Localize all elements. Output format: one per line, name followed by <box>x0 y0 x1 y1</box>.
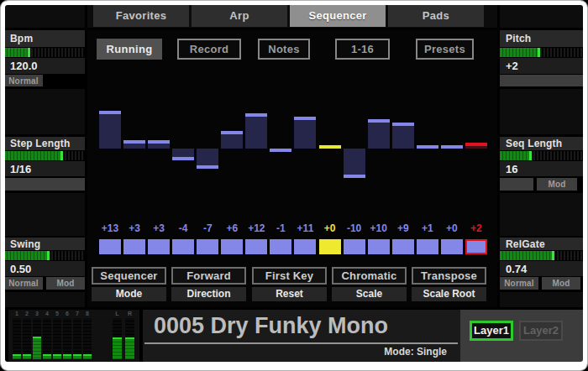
relgate-normal-button[interactable]: Normal <box>500 277 538 290</box>
seq-step-bar-cap[interactable] <box>148 140 170 144</box>
seq-step-bar[interactable] <box>99 114 121 149</box>
pitch-value[interactable]: +2 <box>500 58 584 74</box>
seq-step-bar[interactable] <box>172 149 194 157</box>
step-cell[interactable] <box>148 239 170 254</box>
scale-button[interactable]: Chromatic <box>332 267 407 285</box>
step-cell[interactable] <box>344 239 365 254</box>
step-value-label: -10 <box>342 223 367 234</box>
seq-step-bar-cap[interactable] <box>319 145 341 149</box>
seq-step-bar-cap[interactable] <box>197 165 218 169</box>
step-length-value[interactable]: 1/16 <box>4 161 85 176</box>
step-cell[interactable] <box>197 239 218 254</box>
meter-label: 5 <box>53 311 61 317</box>
seq-step-bar[interactable] <box>148 144 170 149</box>
layer1-button[interactable]: Layer1 <box>470 321 513 341</box>
step-cell[interactable] <box>368 239 390 254</box>
relgate-mod-button[interactable]: Mod <box>542 277 580 290</box>
tab-pads[interactable]: Pads <box>388 5 484 27</box>
step-value-label: +11 <box>292 223 318 234</box>
seq-step-bar-cap[interactable] <box>441 145 463 149</box>
seq-step-bar-cap[interactable] <box>417 145 438 149</box>
scale-root-button[interactable]: Transpose <box>412 267 486 285</box>
seq-step-bar-cap[interactable] <box>368 119 390 123</box>
step-length-slider[interactable] <box>4 151 85 160</box>
reset-button[interactable]: First Key <box>252 267 327 285</box>
pitch-label: Pitch <box>500 30 584 47</box>
bpm-label: Bpm <box>4 30 85 47</box>
tab-favorites[interactable]: Favorites <box>93 5 189 27</box>
step-value-label: +13 <box>97 223 123 234</box>
bpm-slider[interactable] <box>4 48 85 57</box>
seq-step-bar-cap[interactable] <box>99 111 121 114</box>
sequencer-panel: Running Record Notes 1-16 Presets +13+3+… <box>87 30 497 307</box>
meter-level-fill <box>63 354 71 359</box>
mode-button[interactable]: Sequencer <box>92 267 166 285</box>
tab-sequencer[interactable]: Sequencer <box>290 5 386 27</box>
meter-label: 7 <box>73 311 81 317</box>
seq-step-bar[interactable] <box>294 120 316 149</box>
bpm-normal-button[interactable]: Normal <box>4 75 43 86</box>
bpm-value[interactable]: 120.0 <box>4 58 85 74</box>
meter-column <box>125 318 134 359</box>
step-cell[interactable] <box>417 239 438 254</box>
sequencer-chart: +13+3+3-4-7+6+12-1+11+0-10+10+9+1+0+2 <box>87 30 497 307</box>
swing-slider[interactable] <box>4 251 85 260</box>
reset-label: Reset <box>252 287 327 301</box>
seq-length-slider[interactable] <box>500 151 584 160</box>
seq-step-bar[interactable] <box>368 123 390 149</box>
top-right-blank <box>500 4 584 28</box>
seq-step-bar[interactable] <box>344 149 365 175</box>
relgate-value[interactable]: 0.74 <box>500 261 584 276</box>
seq-step-bar-cap[interactable] <box>221 131 243 134</box>
seq-step-bar-cap[interactable] <box>392 123 414 126</box>
seq-step-bar-cap[interactable] <box>172 157 194 160</box>
swing-normal-button[interactable]: Normal <box>4 277 43 290</box>
direction-button[interactable]: Forward <box>171 267 246 285</box>
meter-label: 1 <box>13 311 21 317</box>
pitch-empty-slot <box>500 75 584 86</box>
param-swing: Swing 0.50 Normal Mod <box>4 238 85 290</box>
seq-step-bar-cap[interactable] <box>270 149 291 152</box>
seq-step-bar-cap[interactable] <box>294 117 316 120</box>
layers-panel: Layer1 Layer2 <box>460 310 584 362</box>
seq-step-bar-cap[interactable] <box>465 143 487 146</box>
relgate-slider[interactable] <box>500 251 584 260</box>
left-blank-3 <box>4 292 85 307</box>
seq-step-bar-cap[interactable] <box>344 175 365 178</box>
seq-step-bar[interactable] <box>197 149 218 165</box>
seq-step-bar[interactable] <box>123 144 145 149</box>
preset-name[interactable]: 0005 Dry Funky Mono <box>154 311 457 341</box>
meter-column <box>83 318 92 359</box>
layer2-button[interactable]: Layer2 <box>519 321 563 341</box>
seq-step-bar[interactable] <box>465 146 487 149</box>
seq-step-bar[interactable] <box>245 117 267 149</box>
step-cell[interactable] <box>123 239 145 254</box>
step-cell[interactable] <box>221 239 243 254</box>
step-cell[interactable] <box>294 239 316 254</box>
meter-column <box>33 318 41 359</box>
meter-level-fill <box>73 354 81 359</box>
seq-step-bar-cap[interactable] <box>245 113 267 117</box>
right-blank-1 <box>500 89 584 134</box>
step-cell[interactable] <box>392 239 414 254</box>
tab-arp[interactable]: Arp <box>192 5 287 27</box>
pitch-slider[interactable] <box>500 48 584 57</box>
step-cell[interactable] <box>99 239 121 254</box>
seq-step-bar-cap[interactable] <box>123 140 145 144</box>
step-cell[interactable] <box>245 239 267 254</box>
step-cell[interactable] <box>319 239 341 254</box>
seq-length-value[interactable]: 16 <box>500 161 584 176</box>
step-cell[interactable] <box>441 239 463 254</box>
meter-column <box>13 318 21 359</box>
seq-length-label: Seq Length <box>500 137 584 150</box>
step-value-label: +2 <box>464 223 489 234</box>
seq-length-empty-slot <box>500 178 533 191</box>
swing-mod-button[interactable]: Mod <box>46 277 85 290</box>
step-cell[interactable] <box>172 239 194 254</box>
swing-value[interactable]: 0.50 <box>4 261 85 276</box>
step-cell[interactable] <box>270 239 291 254</box>
step-cell[interactable] <box>465 239 487 254</box>
seq-length-mod-button[interactable]: Mod <box>537 178 577 191</box>
seq-step-bar[interactable] <box>221 134 243 149</box>
seq-step-bar[interactable] <box>392 126 414 149</box>
